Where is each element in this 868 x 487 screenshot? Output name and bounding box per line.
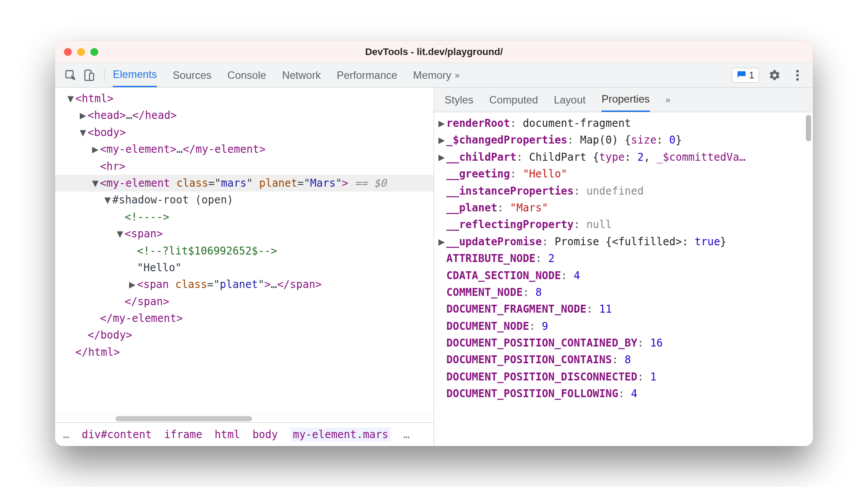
dom-node[interactable]: <!--?lit$106992652$-->	[55, 243, 434, 259]
property-row[interactable]: __planet: "Mars"	[438, 199, 809, 216]
window-title: DevTools - lit.dev/playground/	[55, 46, 813, 58]
scrollbar-thumb[interactable]	[115, 416, 252, 421]
device-toolbar-icon[interactable]	[82, 68, 96, 83]
property-value: 1	[650, 371, 656, 383]
dom-node[interactable]: ▼<html>	[55, 90, 434, 107]
tab-memory[interactable]: Memory	[413, 64, 452, 87]
dom-node[interactable]: ▶<span class="planet">…</span>	[55, 276, 434, 293]
dom-node[interactable]: ▼#shadow-root (open)	[55, 192, 434, 208]
property-value: true	[695, 236, 720, 248]
subtab-layout[interactable]: Layout	[554, 89, 586, 111]
tab-console[interactable]: Console	[227, 64, 266, 87]
breadcrumb-ellipsis[interactable]: …	[403, 428, 409, 441]
close-window-button[interactable]	[64, 48, 72, 56]
property-row[interactable]: ▶__childPart: ChildPart {type: 2, _$comm…	[438, 149, 809, 166]
dom-node[interactable]: ▶<my-element>…</my-element>	[55, 141, 434, 158]
dom-node[interactable]: "Hello"	[55, 259, 434, 276]
property-row[interactable]: ▶__updatePromise: Promise {<fulfilled>: …	[438, 233, 809, 250]
expand-caret[interactable]: ▶	[438, 115, 446, 132]
property-key: __updatePromise	[446, 236, 542, 248]
breadcrumb-item[interactable]: html	[215, 428, 240, 441]
property-row[interactable]: __instanceProperties: undefined	[438, 183, 809, 199]
dom-node[interactable]: <hr>	[55, 158, 434, 175]
dom-node[interactable]: </span>	[55, 293, 434, 310]
property-key: DOCUMENT_POSITION_DISCONNECTED	[446, 371, 637, 383]
expand-caret[interactable]: ▼	[67, 90, 75, 107]
inspect-element-icon[interactable]	[63, 68, 78, 83]
property-key: _$changedProperties	[446, 134, 568, 146]
property-value: size	[631, 134, 657, 146]
property-key: __greeting	[446, 168, 510, 180]
property-row[interactable]: ▶_$changedProperties: Map(0) {size: 0}	[438, 132, 809, 148]
tab-network[interactable]: Network	[282, 64, 321, 87]
minimize-window-button[interactable]	[77, 48, 85, 56]
property-key: DOCUMENT_POSITION_CONTAINED_BY	[446, 337, 637, 349]
property-value: 2	[548, 252, 554, 265]
tab-performance[interactable]: Performance	[337, 64, 397, 87]
property-value: type	[599, 151, 625, 163]
property-row[interactable]: COMMENT_NODE: 8	[438, 284, 809, 301]
property-row[interactable]: ATTRIBUTE_NODE: 2	[438, 250, 809, 267]
maximize-window-button[interactable]	[90, 48, 98, 56]
property-value: ,	[644, 151, 657, 163]
subtab-computed[interactable]: Computed	[489, 89, 538, 111]
property-row[interactable]: __reflectingProperty: null	[438, 216, 809, 233]
property-key: DOCUMENT_NODE	[446, 320, 529, 332]
dom-node[interactable]: ▶<head>…</head>	[55, 107, 434, 124]
subtab-styles[interactable]: Styles	[445, 89, 473, 111]
breadcrumb-item[interactable]: iframe	[164, 428, 202, 441]
expand-caret[interactable]: ▼	[80, 124, 88, 141]
expand-caret[interactable]: ▶	[438, 132, 446, 148]
expand-caret[interactable]: ▶	[438, 233, 446, 250]
breadcrumb-ellipsis[interactable]: …	[63, 428, 69, 441]
dom-node[interactable]: </body>	[55, 327, 434, 343]
property-row[interactable]: DOCUMENT_NODE: 9	[438, 318, 809, 335]
breadcrumb-item[interactable]: div#content	[82, 428, 152, 441]
property-row[interactable]: DOCUMENT_POSITION_DISCONNECTED: 1	[438, 369, 809, 385]
dom-node[interactable]: ▼<span>	[55, 225, 434, 242]
dom-tree[interactable]: ▼<html>▶<head>…</head>▼<body>▶<my-elemen…	[55, 88, 434, 414]
expand-caret[interactable]: ▼	[104, 192, 112, 208]
more-tabs-icon[interactable]: »	[455, 70, 460, 80]
tab-elements[interactable]: Elements	[113, 63, 157, 87]
property-value: :	[625, 151, 638, 163]
expand-caret[interactable]: ▶	[438, 149, 446, 166]
breadcrumb-item[interactable]: body	[252, 428, 278, 441]
property-row[interactable]: DOCUMENT_POSITION_CONTAINS: 8	[438, 351, 809, 368]
traffic-lights	[64, 48, 98, 56]
settings-icon[interactable]	[767, 68, 782, 83]
dom-node[interactable]: ▼<body>	[55, 124, 434, 141]
devtools-window: DevTools - lit.dev/playground/ ElementsS…	[55, 41, 813, 446]
expand-caret[interactable]: ▼	[92, 175, 100, 192]
breadcrumb-item[interactable]: my-element.mars	[290, 428, 391, 442]
sidebar-tabs: StylesComputedLayoutProperties»	[434, 88, 813, 112]
expand-caret[interactable]: ▶	[80, 107, 88, 124]
horizontal-scrollbar[interactable]	[55, 414, 434, 422]
subtab-properties[interactable]: Properties	[601, 88, 649, 112]
property-value: }	[720, 236, 726, 248]
property-row[interactable]: CDATA_SECTION_NODE: 4	[438, 267, 809, 284]
properties-pane[interactable]: ▶renderRoot: document-fragment▶_$changed…	[434, 112, 813, 446]
issues-badge[interactable]: 1	[732, 68, 759, 83]
more-subtabs-icon[interactable]: »	[666, 95, 671, 105]
toolbar-separator	[104, 69, 105, 82]
dom-node[interactable]: </html>	[55, 344, 434, 361]
main-toolbar: ElementsSourcesConsoleNetworkPerformance…	[55, 63, 813, 88]
dom-node[interactable]: <!---->	[55, 209, 434, 225]
vertical-scrollbar-thumb[interactable]	[806, 115, 811, 141]
dom-node[interactable]: ▼<my-element class="mars" planet="Mars">…	[55, 175, 434, 192]
property-row[interactable]: DOCUMENT_FRAGMENT_NODE: 11	[438, 301, 809, 317]
expand-caret[interactable]: ▼	[117, 225, 125, 242]
tab-sources[interactable]: Sources	[173, 64, 211, 87]
expand-caret[interactable]: ▶	[92, 141, 100, 158]
property-row[interactable]: ▶renderRoot: document-fragment	[438, 115, 809, 132]
property-row[interactable]: __greeting: "Hello"	[438, 166, 809, 182]
dom-node[interactable]: </my-element>	[55, 310, 434, 327]
property-value: undefined	[586, 185, 644, 197]
property-row[interactable]: DOCUMENT_POSITION_CONTAINED_BY: 16	[438, 335, 809, 351]
property-row[interactable]: DOCUMENT_POSITION_FOLLOWING: 4	[438, 385, 809, 402]
expand-caret[interactable]: ▶	[129, 276, 137, 293]
svg-rect-2	[89, 73, 93, 80]
property-key: __reflectingProperty	[446, 218, 574, 231]
kebab-menu-icon[interactable]	[790, 68, 805, 83]
